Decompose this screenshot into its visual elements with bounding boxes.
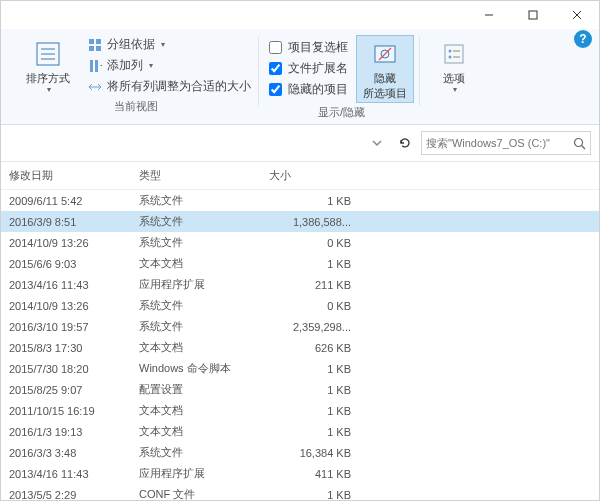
cell-date: 2015/6/6 9:03 (1, 253, 131, 274)
cell-type: 系统文件 (131, 232, 261, 253)
fit-columns-label: 将所有列调整为合适的大小 (107, 78, 251, 95)
cell-date: 2014/10/9 13:26 (1, 232, 131, 253)
table-row[interactable]: 2013/4/16 11:43应用程序扩展411 KB (1, 463, 599, 484)
svg-rect-12 (90, 60, 93, 72)
cell-type: 系统文件 (131, 211, 261, 232)
search-input[interactable] (426, 137, 573, 149)
chevron-down-icon (370, 136, 384, 150)
ribbon: 排序方式 ▾ 分组依据 ▾ + 添加列 (1, 29, 599, 125)
table-row[interactable]: 2016/3/3 3:48系统文件16,384 KB (1, 442, 599, 463)
cell-date: 2016/3/9 8:51 (1, 211, 131, 232)
file-list[interactable]: 修改日期 类型 大小 2009/6/11 5:42系统文件1 KB2016/3/… (1, 162, 599, 501)
cell-type: 配置设置 (131, 379, 261, 400)
table-row[interactable]: 2015/7/30 18:20Windows 命令脚本1 KB (1, 358, 599, 379)
chevron-down-icon: ▾ (149, 61, 153, 70)
sort-by-label: 排序方式 (26, 72, 70, 85)
sort-by-button[interactable]: 排序方式 ▾ (19, 35, 77, 97)
close-button[interactable] (555, 1, 599, 29)
add-column-button[interactable]: + 添加列 ▾ (85, 56, 253, 75)
svg-point-22 (449, 56, 452, 59)
close-icon (572, 10, 582, 20)
chevron-down-icon: ▾ (47, 85, 51, 94)
cell-date: 2013/4/16 11:43 (1, 463, 131, 484)
window-titlebar (1, 1, 599, 29)
check-file-extensions-input[interactable] (269, 62, 282, 75)
fit-columns-icon (87, 79, 103, 95)
fit-columns-button[interactable]: 将所有列调整为合适的大小 (85, 77, 253, 96)
navbar (1, 125, 599, 162)
table-row[interactable]: 2016/1/3 19:13文本文档1 KB (1, 421, 599, 442)
hide-selected-icon (369, 38, 401, 70)
cell-type: 系统文件 (131, 316, 261, 337)
cell-type: 文本文档 (131, 400, 261, 421)
table-row[interactable]: 2011/10/15 16:19文本文档1 KB (1, 400, 599, 421)
cell-size: 1 KB (261, 358, 371, 379)
table-row[interactable]: 2015/8/25 9:07配置设置1 KB (1, 379, 599, 400)
cell-date: 2014/10/9 13:26 (1, 295, 131, 316)
minimize-button[interactable] (467, 1, 511, 29)
check-item-boxes-input[interactable] (269, 41, 282, 54)
group-by-button[interactable]: 分组依据 ▾ (85, 35, 253, 54)
check-hidden-items-input[interactable] (269, 83, 282, 96)
help-button[interactable]: ? (574, 30, 592, 48)
svg-rect-1 (529, 11, 537, 19)
svg-line-25 (582, 145, 586, 149)
cell-date: 2009/6/11 5:42 (1, 190, 131, 212)
cell-date: 2015/8/25 9:07 (1, 379, 131, 400)
options-button[interactable]: 选项 ▾ (430, 35, 478, 97)
col-type[interactable]: 类型 (131, 162, 261, 190)
svg-rect-13 (95, 60, 98, 72)
table-row[interactable]: 2016/3/9 8:51系统文件1,386,588... (1, 211, 599, 232)
cell-size: 1 KB (261, 253, 371, 274)
hide-selected-button[interactable]: 隐藏 所选项目 (356, 35, 414, 103)
table-row[interactable]: 2009/6/11 5:42系统文件1 KB (1, 190, 599, 212)
file-table: 修改日期 类型 大小 2009/6/11 5:42系统文件1 KB2016/3/… (1, 162, 599, 501)
cell-size: 1 KB (261, 400, 371, 421)
cell-date: 2016/1/3 19:13 (1, 421, 131, 442)
group-label-showhide: 显示/隐藏 (318, 105, 365, 122)
maximize-icon (528, 10, 538, 20)
table-row[interactable]: 2015/8/3 17:30文本文档626 KB (1, 337, 599, 358)
cell-type: 应用程序扩展 (131, 274, 261, 295)
maximize-button[interactable] (511, 1, 555, 29)
svg-rect-10 (89, 46, 94, 51)
chevron-down-icon: ▾ (453, 85, 457, 94)
col-date[interactable]: 修改日期 (1, 162, 131, 190)
group-showhide: 项目复选框 文件扩展名 隐藏的项目 隐藏 所 (263, 33, 420, 124)
check-hidden-items[interactable]: 隐藏的项目 (269, 81, 348, 98)
svg-point-24 (575, 138, 583, 146)
col-size[interactable]: 大小 (261, 162, 371, 190)
options-icon (438, 38, 470, 70)
hide-selected-label1: 隐藏 (374, 72, 396, 85)
group-by-label: 分组依据 (107, 36, 155, 53)
cell-size: 1 KB (261, 421, 371, 442)
table-row[interactable]: 2014/10/9 13:26系统文件0 KB (1, 232, 599, 253)
cell-type: 文本文档 (131, 337, 261, 358)
cell-type: 系统文件 (131, 442, 261, 463)
svg-text:+: + (100, 59, 102, 73)
search-box[interactable] (421, 131, 591, 155)
nav-history-button[interactable] (365, 131, 389, 155)
cell-date: 2013/4/16 11:43 (1, 274, 131, 295)
cell-size: 0 KB (261, 232, 371, 253)
sort-icon (32, 38, 64, 70)
add-column-label: 添加列 (107, 57, 143, 74)
nav-refresh-button[interactable] (393, 131, 417, 155)
table-row[interactable]: 2015/6/6 9:03文本文档1 KB (1, 253, 599, 274)
cell-type: CONF 文件 (131, 484, 261, 501)
cell-type: Windows 命令脚本 (131, 358, 261, 379)
check-item-boxes[interactable]: 项目复选框 (269, 39, 348, 56)
minimize-icon (484, 10, 494, 20)
options-label: 选项 (443, 72, 465, 85)
svg-rect-9 (96, 39, 101, 44)
table-row[interactable]: 2016/3/10 19:57系统文件2,359,298... (1, 316, 599, 337)
chevron-down-icon: ▾ (161, 40, 165, 49)
table-row[interactable]: 2013/4/16 11:43应用程序扩展211 KB (1, 274, 599, 295)
table-row[interactable]: 2014/10/9 13:26系统文件0 KB (1, 295, 599, 316)
cell-size: 626 KB (261, 337, 371, 358)
check-file-extensions[interactable]: 文件扩展名 (269, 60, 348, 77)
check-file-extensions-label: 文件扩展名 (288, 60, 348, 77)
add-column-icon: + (87, 58, 103, 74)
group-by-icon (87, 37, 103, 53)
table-row[interactable]: 2013/5/5 2:29CONF 文件1 KB (1, 484, 599, 501)
